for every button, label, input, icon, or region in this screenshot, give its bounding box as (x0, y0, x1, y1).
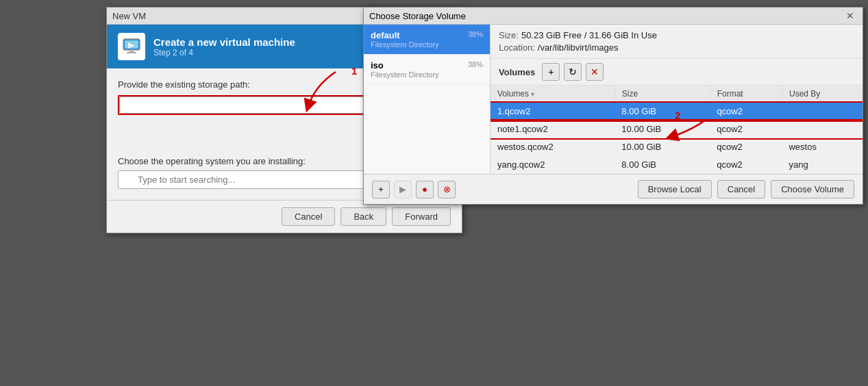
storage-title: Choose Storage Volume (369, 11, 466, 21)
table-row[interactable]: yang.qcow28.00 GiBqcow2yang (491, 156, 863, 174)
back-button[interactable]: Back (340, 207, 386, 226)
col-volumes: Volumes ▾ (491, 86, 615, 103)
forward-button[interactable]: Forward (392, 207, 451, 226)
table-row[interactable]: 1.qcow28.00 GiBqcow2 (491, 103, 863, 120)
size-label: Size: (499, 30, 519, 40)
svg-rect-3 (129, 50, 134, 52)
pool-list: 38% default Filesystem Directory 38% iso… (364, 25, 491, 174)
pool-item-iso[interactable]: 38% iso Filesystem Directory (364, 55, 490, 85)
storage-titlebar: Choose Storage Volume ✕ (364, 8, 863, 25)
vol-name: note1.qcow2 (491, 120, 615, 138)
footer-stop-button[interactable]: ⊗ (438, 181, 456, 198)
vol-used-by: westos (782, 138, 863, 156)
storage-close-button[interactable]: ✕ (843, 10, 857, 21)
vol-format: qcow2 (710, 156, 782, 174)
vol-size: 8.00 GiB (615, 156, 710, 174)
vol-used-by (782, 120, 863, 138)
footer-record-button[interactable]: ● (416, 181, 434, 198)
vol-format: qcow2 (710, 138, 782, 156)
location-row: Location: /var/lib/libvirt/images (499, 42, 854, 53)
col-size: Size (615, 86, 710, 103)
col-format: Format (710, 86, 782, 103)
table-header-row: Volumes ▾ Size Format Used By (491, 86, 863, 103)
cancel-button[interactable]: Cancel (282, 207, 335, 226)
vm-header-title: Create a new virtual machine (153, 36, 295, 48)
vol-name: 1.qcow2 (491, 103, 615, 120)
pool-iso-sub: Filesystem Directory (371, 70, 483, 79)
refresh-button[interactable]: ↻ (564, 63, 582, 81)
svg-rect-4 (127, 52, 136, 53)
vol-name: yang.qcow2 (491, 156, 615, 174)
storage-info: Size: 50.23 GiB Free / 31.66 GiB In Use … (491, 25, 863, 59)
volumes-table: Volumes ▾ Size Format Used By 1.qcow28.0… (491, 86, 863, 174)
vm-footer: Cancel Back Forward (107, 200, 462, 233)
volumes-label: Volumes (499, 67, 535, 77)
pool-item-default[interactable]: 38% default Filesystem Directory (364, 25, 490, 55)
col-used-by: Used By (782, 86, 863, 103)
footer-add-button[interactable]: + (372, 181, 390, 198)
storage-footer: + ▶ ● ⊗ Browse Local Cancel Choose Volum… (364, 174, 863, 204)
vm-icon (118, 33, 145, 60)
storage-cancel-button[interactable]: Cancel (717, 180, 765, 198)
add-volume-button[interactable]: + (542, 63, 560, 81)
table-row[interactable]: westos.qcow210.00 GiBqcow2westos (491, 138, 863, 156)
vol-size: 10.00 GiB (615, 120, 710, 138)
vol-size: 8.00 GiB (615, 103, 710, 120)
vm-header-step: Step 2 of 4 (153, 48, 295, 57)
vol-size: 10.00 GiB (615, 138, 710, 156)
footer-play-button[interactable]: ▶ (394, 181, 412, 198)
footer-right-buttons: Browse Local Cancel Choose Volume (638, 180, 854, 198)
footer-left-buttons: + ▶ ● ⊗ (372, 181, 456, 198)
location-label: Location: (499, 42, 535, 53)
storage-dialog: Choose Storage Volume ✕ 38% default File… (363, 7, 863, 205)
storage-path-input[interactable] (119, 96, 389, 114)
volumes-toolbar: Volumes + ↻ ✕ (491, 59, 863, 86)
pool-default-sub: Filesystem Directory (371, 40, 483, 49)
monitor-icon (122, 37, 141, 56)
size-row: Size: 50.23 GiB Free / 31.66 GiB In Use (499, 30, 854, 40)
storage-body: 38% default Filesystem Directory 38% iso… (364, 25, 863, 174)
vol-format: qcow2 (710, 103, 782, 120)
volumes-data-table: Volumes ▾ Size Format Used By 1.qcow28.0… (491, 86, 863, 174)
size-value: 50.23 GiB Free / 31.66 GiB In Use (521, 30, 657, 40)
vol-used-by: yang (782, 156, 863, 174)
pool-default-name: default (371, 30, 483, 40)
storage-right: Size: 50.23 GiB Free / 31.66 GiB In Use … (491, 25, 863, 174)
vol-name: westos.qcow2 (491, 138, 615, 156)
pool-iso-name: iso (371, 60, 483, 70)
table-row[interactable]: note1.qcow210.00 GiBqcow2 (491, 120, 863, 138)
choose-volume-button[interactable]: Choose Volume (771, 180, 854, 198)
vm-header-text: Create a new virtual machine Step 2 of 4 (153, 36, 295, 57)
location-value: /var/lib/libvirt/images (538, 42, 619, 53)
pool-iso-pct: 38% (468, 60, 483, 68)
sort-icon: ▾ (531, 90, 534, 98)
vol-format: qcow2 (710, 120, 782, 138)
new-vm-title: New VM (112, 11, 146, 21)
pool-default-pct: 38% (468, 30, 483, 38)
vol-used-by (782, 103, 863, 120)
browse-local-button[interactable]: Browse Local (638, 180, 712, 198)
delete-volume-button[interactable]: ✕ (586, 63, 604, 81)
